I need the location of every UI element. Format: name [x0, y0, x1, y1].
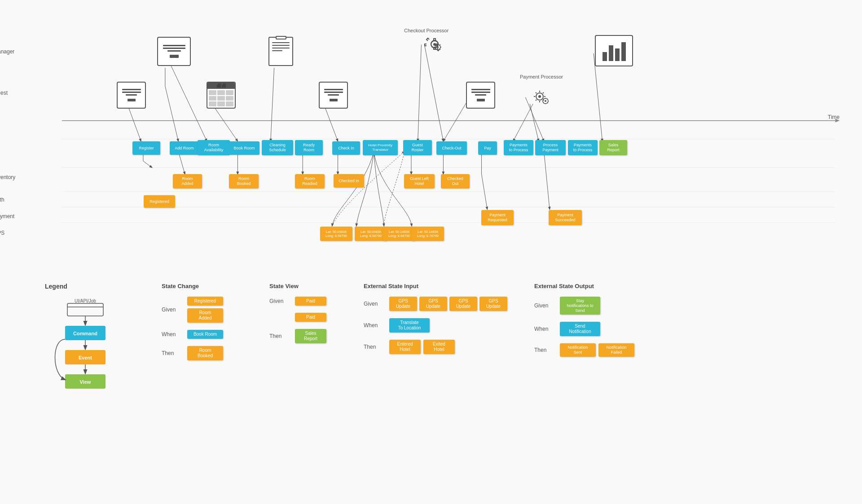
checkout-processor-label: Checkout Processor: [404, 28, 449, 33]
external-output-section: External State Output Given StayNotifica…: [534, 283, 673, 364]
guest-ui-icon-3: [466, 82, 495, 109]
sales-report-sticky: SalesReport: [295, 329, 326, 343]
then-label-2: Then: [269, 333, 290, 339]
room-added-sticky: RoomAdded: [187, 308, 223, 323]
payment-processor-label: Payment Processor: [520, 74, 563, 79]
given-label-1: Given: [162, 307, 182, 313]
gps-update-4: GPSUpdate: [479, 297, 507, 311]
guest-label: Guest: [0, 90, 8, 96]
external-input-section: External State Input Given GPSUpdate GPS…: [364, 283, 512, 361]
room-availability-command: RoomAvailability: [198, 140, 230, 155]
exited-hotel-sticky: ExitedHotel: [423, 340, 455, 354]
given-label-4: Given: [534, 302, 554, 309]
payments-to-process1-command: Paymentsto Process: [504, 140, 533, 155]
notification-sent-sticky: NotificationSent: [560, 343, 596, 357]
legend-title: Legend: [45, 283, 135, 290]
book-room-sticky: Book Room: [187, 330, 223, 339]
registered-event: Registered: [144, 195, 175, 208]
svg-text:Command: Command: [73, 331, 97, 336]
book-room-command: Book Room: [229, 141, 259, 155]
room-booked-event: RoomBooked: [229, 174, 259, 188]
registered-sticky: Registered: [187, 297, 223, 306]
payments-to-process2-command: Paymentsto Process: [568, 140, 598, 155]
state-view-then: Then SalesReport: [269, 329, 341, 343]
gps-event-2: Lat: 50.04836Long: 8.56790: [355, 227, 387, 241]
then-label-1: Then: [162, 350, 182, 356]
state-view-blank: Paid: [269, 313, 341, 322]
stay-notifications-sticky: StayNotifications toSend: [560, 297, 600, 315]
external-input-title: External State Input: [364, 283, 512, 289]
inventory-label: Inventory: [0, 174, 15, 180]
room-added-event: RoomAdded: [173, 174, 202, 188]
legend-section: Legend UI/API/Job Command Event: [45, 283, 135, 398]
process-payment-command: ProcessPayment: [535, 140, 566, 155]
manager-label: Manager: [0, 48, 14, 55]
payment-processor-gear: [530, 88, 554, 110]
paid-sticky-2: Paid: [295, 313, 326, 322]
ext-output-given: Given StayNotifications toSend: [534, 297, 673, 315]
send-notification-sticky: SendNotification: [560, 322, 600, 336]
guest-roster-command: GuestRoster: [403, 140, 432, 155]
legend-diagram-svg: UI/API/Job Command Event View: [45, 299, 126, 398]
manager-ui-icon-1: [157, 37, 191, 66]
state-change-then: Then RoomBooked: [162, 346, 247, 360]
cleaning-schedule-command: CleaningSchedule: [262, 140, 293, 155]
ext-output-when: When SendNotification: [534, 322, 673, 336]
manager-chart-icon: [595, 35, 633, 66]
guest-left-hotel-event: Guest LeftHotel: [404, 174, 435, 188]
then-label-4: Then: [534, 347, 554, 353]
payment-succeeded-event: PaymentSucceeded: [549, 210, 582, 225]
state-change-given: Given Registered RoomAdded: [162, 297, 247, 323]
then-label-3: Then: [364, 344, 384, 350]
diagram-area: Manager Guest Time Inventory Auth Paymen…: [18, 9, 844, 260]
legend-area: Legend UI/API/Job Command Event: [18, 278, 844, 402]
svg-point-14: [545, 100, 546, 102]
auth-label: Auth: [0, 197, 4, 203]
gps-event-3: Lat: 50.14836Long: 8.66790: [383, 227, 415, 241]
payment-requested-event: PaymentRequested: [481, 210, 514, 225]
entered-hotel-sticky: EnteredHotel: [389, 340, 421, 354]
gps-update-3: GPSUpdate: [449, 297, 477, 311]
room-readied-event: RoomReadied: [295, 174, 325, 188]
add-room-command: Add Room: [170, 141, 199, 155]
checked-out-event: CheckedOut: [441, 174, 470, 188]
when-label-3: When: [364, 322, 384, 329]
ready-room-command: ReadyRoom: [295, 140, 323, 155]
svg-text:UI/API/Job: UI/API/Job: [75, 299, 96, 303]
room-booked-sticky: RoomBooked: [187, 346, 223, 360]
guest-ui-icon-1: [117, 82, 146, 109]
time-label: Time: [828, 114, 840, 120]
when-label-4: When: [534, 326, 554, 332]
gps-update-2: GPSUpdate: [419, 297, 447, 311]
state-view-section: State View Given Paid Paid Then SalesRep…: [269, 283, 341, 351]
notification-failed-sticky: NotificationFailed: [598, 343, 634, 357]
sales-report-command: SalesReport: [599, 140, 627, 155]
checkout-processor-gear: [420, 34, 447, 58]
svg-rect-15: [67, 303, 103, 316]
register-command: Register: [132, 141, 160, 155]
external-output-title: External State Output: [534, 283, 673, 289]
state-view-title: State View: [269, 283, 341, 289]
hotel-proximity-command: Hotel ProximityTranslator: [363, 140, 398, 155]
svg-point-10: [437, 46, 439, 48]
gps-update-1: GPSUpdate: [389, 297, 417, 311]
gps-label: GPS: [0, 230, 4, 236]
payment-label: Payment: [0, 213, 14, 219]
ext-input-given: Given GPSUpdate GPSUpdate GPSUpdate GPSU…: [364, 297, 512, 311]
given-label-2: Given: [269, 298, 290, 304]
gps-event-4: Lat: 50.14836Long: 8.76790: [412, 227, 444, 241]
state-change-title: State Change: [162, 283, 247, 289]
manager-clipboard-icon: [268, 37, 293, 66]
checked-in-event: Checked In: [334, 174, 364, 188]
check-in-command: Check In: [332, 141, 360, 155]
given-label-3: Given: [364, 301, 384, 307]
svg-point-12: [538, 95, 541, 98]
pay-command: Pay: [478, 141, 497, 155]
state-change-section: State Change Given Registered RoomAdded …: [162, 283, 247, 368]
paid-sticky-1: Paid: [295, 297, 326, 306]
gps-event-1: Lat: 50.04836Long: 8.56790: [320, 227, 352, 241]
ext-input-when: When TranslateTo Location: [364, 318, 512, 333]
state-view-given: Given Paid: [269, 297, 341, 306]
translate-to-location-sticky: TranslateTo Location: [389, 318, 430, 333]
svg-text:View: View: [80, 379, 91, 385]
